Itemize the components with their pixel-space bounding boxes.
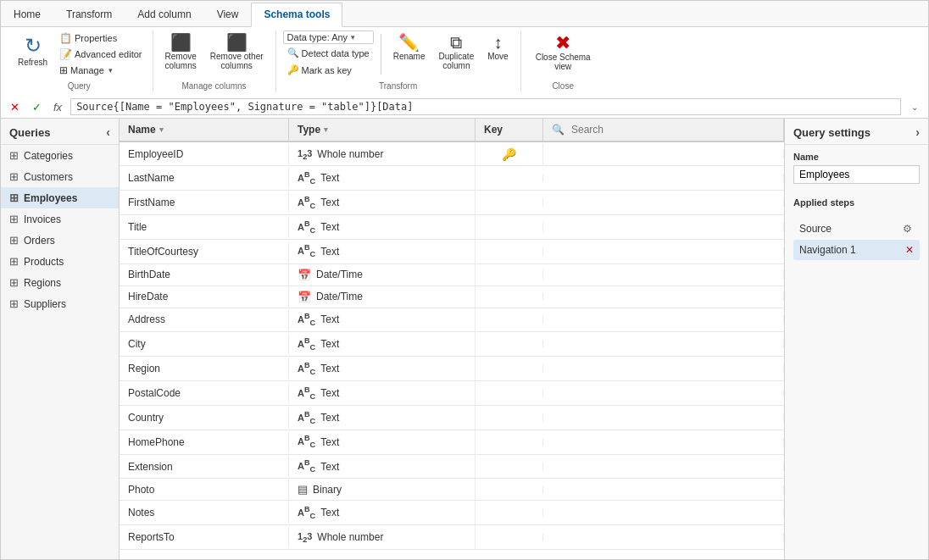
remove-other-columns-button[interactable]: ⬛ Remove othercolumns	[205, 30, 269, 74]
duplicate-column-button[interactable]: ⧉ Duplicatecolumn	[434, 30, 480, 74]
tab-home[interactable]: Home	[1, 3, 53, 26]
queries-title: Queries	[9, 126, 50, 139]
formula-expand-button[interactable]: ⌄	[906, 98, 923, 115]
settings-expand-button[interactable]: ›	[915, 125, 920, 139]
step-item-navigation-1[interactable]: Navigation 1✕	[793, 240, 920, 260]
queries-collapse-button[interactable]: ‹	[106, 125, 110, 139]
transform-separator	[381, 34, 381, 75]
close-schema-button[interactable]: ✖ Close Schemaview	[528, 30, 598, 75]
step-delete-button[interactable]: ✕	[905, 244, 914, 256]
cell-field-empty	[543, 508, 784, 517]
tab-schema-tools[interactable]: Schema tools	[251, 3, 342, 27]
cell-field-key	[476, 533, 543, 541]
sidebar-item-categories[interactable]: ⊞Categories	[1, 145, 119, 166]
cell-field-empty	[543, 438, 784, 446]
table-row[interactable]: City ABC Text	[120, 332, 784, 357]
cell-field-empty	[543, 247, 784, 256]
sidebar-item-products[interactable]: ⊞Products	[1, 251, 119, 272]
sidebar-item-employees[interactable]: ⊞Employees	[1, 187, 119, 208]
settings-panel: Query settings › Name Applied steps Sour…	[784, 119, 928, 559]
data-type-selector[interactable]: Data type: Any ▾	[283, 30, 374, 44]
formula-input[interactable]	[70, 98, 901, 115]
table-row[interactable]: Extension ABC Text	[120, 455, 784, 480]
cell-field-type: ABC Text	[289, 430, 476, 454]
mark-as-key-button[interactable]: 🔑 Mark as key	[283, 62, 374, 78]
table-row[interactable]: PostalCode ABC Text	[120, 381, 784, 406]
applied-steps-label: Applied steps	[793, 197, 920, 208]
properties-icon: 📋	[59, 32, 72, 44]
tab-add-column[interactable]: Add column	[125, 3, 203, 26]
cell-field-name: LastName	[120, 168, 289, 188]
manage-button[interactable]: ⊞ Manage ▾	[56, 63, 146, 78]
cell-field-empty	[543, 364, 784, 373]
cell-field-name: Address	[120, 309, 289, 330]
formula-bar: ✕ ✓ fx ⌄	[1, 96, 928, 119]
cell-field-type: ABC Text	[289, 191, 476, 214]
move-button[interactable]: ↕ Move	[482, 30, 513, 64]
table-row[interactable]: Photo ▤ Binary	[120, 479, 784, 501]
advanced-editor-button[interactable]: 📝 Advanced editor	[56, 47, 146, 62]
refresh-button[interactable]: ↻ Refresh	[13, 30, 53, 70]
table-row[interactable]: Title ABC Text	[120, 215, 784, 240]
cell-field-name: Title	[120, 217, 289, 237]
cell-field-key	[476, 174, 543, 182]
cell-field-name: Region	[120, 358, 289, 379]
cell-field-key: 🔑	[476, 143, 543, 165]
sidebar-item-suppliers[interactable]: ⊞Suppliers	[1, 293, 119, 314]
applied-steps-list: Source⚙Navigation 1✕	[785, 218, 928, 260]
remove-columns-button[interactable]: ⬛ Removecolumns	[160, 30, 202, 74]
cell-field-key	[476, 198, 543, 207]
table-row[interactable]: HireDate 📅 Date/Time	[120, 286, 784, 308]
mark-key-label: Mark as key	[302, 65, 352, 75]
sidebar-item-customers[interactable]: ⊞Customers	[1, 166, 119, 187]
cell-field-type: ABC Text	[289, 215, 476, 239]
tab-view[interactable]: View	[204, 3, 252, 26]
table-row[interactable]: FirstName ABC Text	[120, 191, 784, 215]
table-row[interactable]: Country ABC Text	[120, 406, 784, 430]
settings-name-input[interactable]	[793, 165, 920, 184]
column-header-name[interactable]: Name ▾	[120, 119, 289, 141]
table-row[interactable]: LastName ABC Text	[120, 166, 784, 191]
column-header-type[interactable]: Type ▾	[289, 119, 476, 141]
search-input[interactable]	[571, 124, 775, 136]
ribbon-group-close: ✖ Close Schemaview Close	[521, 30, 605, 92]
table-row[interactable]: TitleOfCourtesy ABC Text	[120, 240, 784, 264]
settings-title: Query settings	[793, 126, 871, 139]
sidebar-item-regions[interactable]: ⊞Regions	[1, 272, 119, 293]
data-type-arrow: ▾	[351, 33, 355, 42]
cell-field-type: 📅 Date/Time	[289, 286, 476, 308]
table-row[interactable]: BirthDate 📅 Date/Time	[120, 264, 784, 286]
table-row[interactable]: Address ABC Text	[120, 308, 784, 333]
cell-field-key	[476, 315, 543, 324]
key-icon: 🔑	[502, 147, 516, 161]
remove-other-columns-label: Remove othercolumns	[210, 52, 264, 70]
table-row[interactable]: ReportsTo 123 Whole number	[120, 525, 784, 549]
table-row[interactable]: Notes ABC Text	[120, 501, 784, 525]
queries-header: Queries ‹	[1, 119, 119, 145]
cancel-formula-button[interactable]: ✕	[6, 98, 23, 115]
cell-field-name: EmployeeID	[120, 144, 289, 164]
type-sort-arrow: ▾	[324, 125, 328, 134]
confirm-formula-button[interactable]: ✓	[28, 98, 45, 115]
manage-label: Manage	[70, 65, 104, 75]
table-row[interactable]: EmployeeID 123 Whole number 🔑	[120, 142, 784, 166]
cell-field-key	[476, 247, 543, 256]
cell-field-key	[476, 340, 543, 348]
tab-transform[interactable]: Transform	[53, 3, 125, 26]
sidebar-item-invoices[interactable]: ⊞Invoices	[1, 208, 119, 230]
table-row[interactable]: HomePhone ABC Text	[120, 430, 784, 455]
step-item-source[interactable]: Source⚙	[793, 218, 920, 240]
cell-field-type: ABC Text	[289, 308, 476, 332]
detect-data-type-button[interactable]: 🔍 Detect data type	[283, 45, 374, 61]
properties-button[interactable]: 📋 Properties	[56, 30, 146, 46]
ribbon-tabs: Home Transform Add column View Schema to…	[1, 1, 928, 27]
sidebar-item-orders[interactable]: ⊞Orders	[1, 230, 119, 251]
cell-field-empty	[543, 413, 784, 422]
remove-columns-icon: ⬛	[170, 34, 192, 51]
main-area: Queries ‹ ⊞Categories⊞Customers⊞Employee…	[1, 119, 928, 559]
cell-field-empty	[543, 150, 784, 158]
table-row[interactable]: Region ABC Text	[120, 357, 784, 381]
step-gear-button[interactable]: ⚙	[900, 222, 914, 236]
rename-button[interactable]: ✏️ Rename	[388, 30, 431, 64]
data-area: Name ▾ Type ▾ Key 🔍 Employe	[120, 119, 784, 559]
